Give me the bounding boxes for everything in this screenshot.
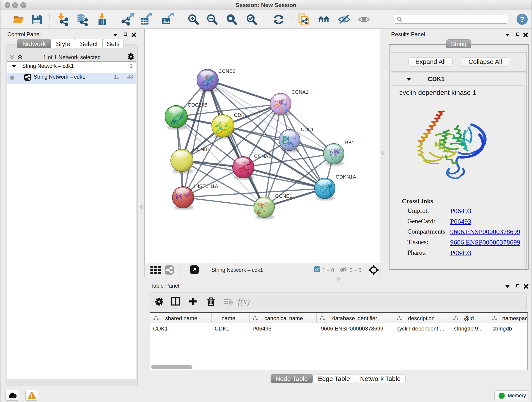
svg-text:CCNA1: CCNA1 <box>291 89 309 95</box>
svg-text:CCNA2: CCNA2 <box>254 153 271 159</box>
svg-text:CDK1: CDK1 <box>234 112 247 118</box>
svg-text:CDC25B: CDC25B <box>188 102 208 108</box>
svg-text:RB1: RB1 <box>345 140 355 146</box>
svg-text:CCNB1: CCNB1 <box>193 147 210 152</box>
svg-text:CDC6: CDC6 <box>301 127 315 132</box>
svg-text:CDKN1A: CDKN1A <box>336 174 356 180</box>
svg-text:CCNB2: CCNB2 <box>218 68 235 74</box>
svg-text:CCNE1: CCNE1 <box>275 193 292 199</box>
svg-text:HIST1H1A: HIST1H1A <box>194 183 218 189</box>
